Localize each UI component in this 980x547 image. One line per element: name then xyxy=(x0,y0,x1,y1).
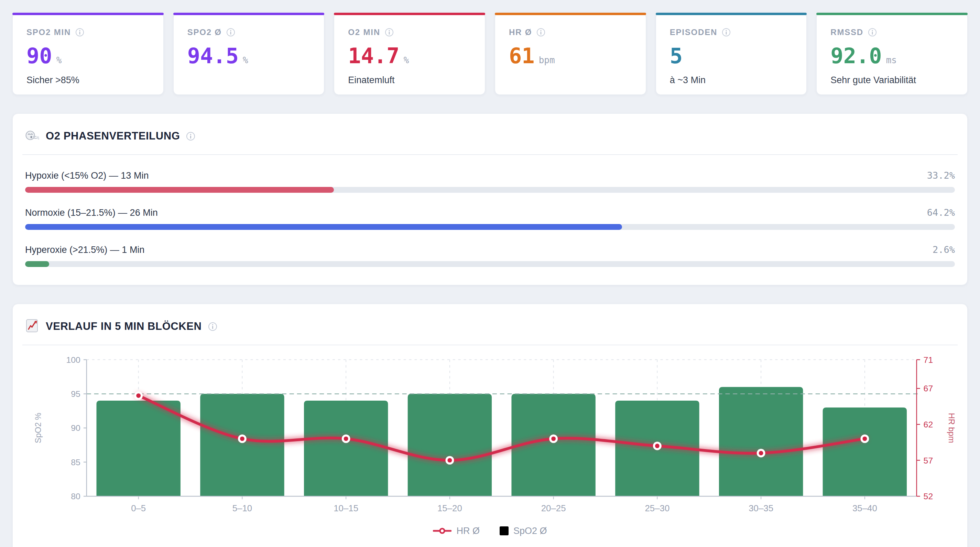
phase-rows: Hypoxie (<15% O2) — 13 Min33.2%Normoxie … xyxy=(22,170,958,267)
card-unit: bpm xyxy=(539,55,555,65)
phase-label: Normoxie (15–21.5%) — 26 Min xyxy=(25,208,158,218)
card-unit: % xyxy=(404,55,409,65)
info-icon[interactable] xyxy=(536,28,546,37)
legend-label: SpO2 Ø xyxy=(513,526,547,536)
divider xyxy=(22,345,958,345)
o2-phase-panel: O2 PHASENVERTEILUNG Hypoxie (<15% O2) — … xyxy=(13,113,967,285)
phase-row: Hypoxie (<15% O2) — 13 Min33.2% xyxy=(25,170,955,193)
card-value: 90 xyxy=(27,45,52,67)
svg-text:15–20: 15–20 xyxy=(438,503,462,513)
svg-text:67: 67 xyxy=(924,384,933,393)
dashboard: SPO2 MIN90%Sicher >85%SPO2 Ø94.5%O2 MIN1… xyxy=(0,0,980,547)
phase-progress-track xyxy=(25,261,955,267)
phase-label: Hypoxie (<15% O2) — 13 Min xyxy=(25,170,148,181)
kpi-card-o2-min: O2 MIN14.7%Einatemluft xyxy=(334,13,485,95)
card-accent-bar xyxy=(816,13,967,15)
svg-text:62: 62 xyxy=(924,420,933,429)
svg-text:35–40: 35–40 xyxy=(853,503,877,513)
card-body: SPO2 MIN90%Sicher >85% xyxy=(13,13,163,86)
svg-text:25–30: 25–30 xyxy=(645,503,670,513)
svg-text:100: 100 xyxy=(66,355,81,365)
card-subtitle: Sehr gute Variabilität xyxy=(830,75,955,86)
kpi-card-episoden: EPISODEN5à ~3 Min xyxy=(656,13,807,95)
svg-text:5–10: 5–10 xyxy=(232,503,252,513)
svg-text:52: 52 xyxy=(924,492,933,501)
face-exhaling-icon xyxy=(25,128,40,144)
card-unit: ms xyxy=(886,55,897,65)
kpi-card-hr-: HR Ø61bpm xyxy=(495,13,646,95)
phase-label: Hyperoxie (>21.5%) — 1 Min xyxy=(25,245,145,255)
card-accent-bar xyxy=(173,13,325,15)
legend-item-spo2-[interactable]: SpO2 Ø xyxy=(500,526,547,536)
svg-text:20–25: 20–25 xyxy=(541,503,566,513)
svg-text:85: 85 xyxy=(71,458,81,467)
card-title: SPO2 MIN xyxy=(27,27,71,37)
card-title: SPO2 Ø xyxy=(188,27,222,37)
card-unit: % xyxy=(243,55,248,65)
trend-header: VERLAUF IN 5 MIN BLÖCKEN xyxy=(22,319,958,334)
card-value: 61 xyxy=(509,45,535,67)
card-body: HR Ø61bpm xyxy=(495,13,646,67)
info-icon[interactable] xyxy=(208,322,217,331)
info-icon[interactable] xyxy=(186,132,195,141)
legend-label: HR Ø xyxy=(456,526,480,536)
phase-progress-track xyxy=(25,187,955,193)
o2-phase-header: O2 PHASENVERTEILUNG xyxy=(22,128,958,144)
info-icon[interactable] xyxy=(226,28,235,37)
card-accent-bar xyxy=(656,13,807,15)
chart-box: 10095908580SpO2 %0–55–1010–1515–2020–252… xyxy=(22,353,958,536)
card-accent-bar xyxy=(13,13,164,15)
legend-item-hr-[interactable]: HR Ø xyxy=(433,526,480,536)
card-value: 14.7 xyxy=(348,45,399,67)
card-value: 5 xyxy=(670,45,682,67)
kpi-card-spo2-min: SPO2 MIN90%Sicher >85% xyxy=(13,13,164,95)
trend-panel: VERLAUF IN 5 MIN BLÖCKEN 10095908580SpO2… xyxy=(13,304,967,547)
svg-text:90: 90 xyxy=(71,423,81,433)
card-unit: % xyxy=(56,55,62,65)
info-icon[interactable] xyxy=(385,28,394,37)
card-accent-bar xyxy=(334,13,485,15)
info-icon[interactable] xyxy=(75,28,84,37)
card-body: O2 MIN14.7%Einatemluft xyxy=(334,13,485,86)
legend-square-marker-icon xyxy=(500,526,509,535)
phase-percent: 33.2% xyxy=(927,170,955,181)
phase-progress-track xyxy=(25,224,955,230)
phase-progress-fill xyxy=(25,224,622,230)
info-icon[interactable] xyxy=(722,28,731,37)
card-subtitle: à ~3 Min xyxy=(670,75,794,86)
kpi-grid: SPO2 MIN90%Sicher >85%SPO2 Ø94.5%O2 MIN1… xyxy=(13,13,967,95)
svg-text:30–35: 30–35 xyxy=(749,503,773,513)
divider xyxy=(22,154,958,155)
svg-text:10–15: 10–15 xyxy=(334,503,358,513)
card-subtitle: Sicher >85% xyxy=(27,75,151,86)
o2-phase-title: O2 PHASENVERTEILUNG xyxy=(46,130,180,142)
svg-text:71: 71 xyxy=(924,355,933,365)
svg-text:57: 57 xyxy=(924,456,933,465)
kpi-card-spo2-: SPO2 Ø94.5% xyxy=(173,13,325,95)
card-body: EPISODEN5à ~3 Min xyxy=(656,13,807,86)
svg-text:0–5: 0–5 xyxy=(131,503,146,513)
card-body: RMSSD92.0msSehr gute Variabilität xyxy=(817,13,967,86)
card-title: RMSSD xyxy=(830,27,864,37)
card-value: 92.0 xyxy=(830,45,881,67)
phase-progress-fill xyxy=(25,187,334,193)
info-icon[interactable] xyxy=(868,28,877,37)
svg-text:HR bpm: HR bpm xyxy=(947,413,955,443)
card-value: 94.5 xyxy=(188,45,239,67)
phase-row: Hyperoxie (>21.5%) — 1 Min2.6% xyxy=(25,244,955,267)
card-body: SPO2 Ø94.5% xyxy=(173,13,324,67)
legend-line-marker-icon xyxy=(433,527,452,534)
chart-legend: HR ØSpO2 Ø xyxy=(25,526,955,536)
trend-title: VERLAUF IN 5 MIN BLÖCKEN xyxy=(46,320,202,333)
card-title: EPISODEN xyxy=(670,27,717,37)
phase-percent: 2.6% xyxy=(932,244,955,255)
phase-row: Normoxie (15–21.5%) — 26 Min64.2% xyxy=(25,207,955,230)
phase-progress-fill xyxy=(25,261,49,267)
phase-percent: 64.2% xyxy=(927,207,955,218)
card-title: O2 MIN xyxy=(348,27,380,37)
chart-increasing-icon xyxy=(25,319,40,334)
trend-chart: 10095908580SpO2 %0–55–1010–1515–2020–252… xyxy=(25,353,955,524)
card-subtitle: Einatemluft xyxy=(348,75,473,86)
kpi-card-rmssd: RMSSD92.0msSehr gute Variabilität xyxy=(816,13,967,95)
svg-text:80: 80 xyxy=(71,492,81,501)
